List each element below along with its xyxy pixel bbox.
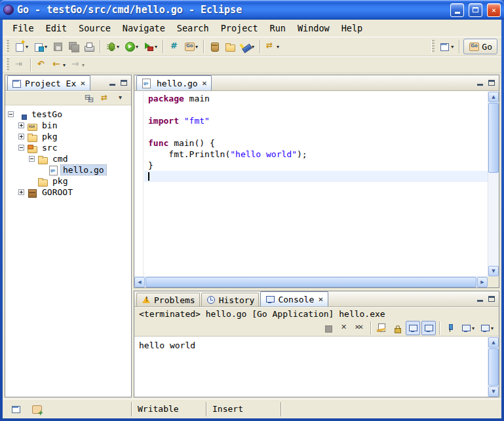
code-line-4[interactable] — [144, 126, 488, 137]
horizontal-scrollbar-thumb[interactable] — [145, 277, 476, 287]
debug-button[interactable]: ▾ — [104, 39, 121, 54]
tab-history[interactable]: History — [201, 293, 260, 306]
tree-item-pkg[interactable]: pkg — [5, 175, 131, 187]
print-button[interactable] — [82, 39, 96, 54]
scroll-down-button[interactable]: ▼ — [488, 266, 499, 276]
tree-item-src[interactable]: src — [5, 142, 131, 153]
new-wizard-button[interactable]: ▾ — [12, 39, 30, 54]
maximize-console-button[interactable] — [486, 294, 497, 304]
menu-navigate[interactable]: Navigate — [117, 21, 171, 35]
code-line-7[interactable]: } — [144, 160, 488, 171]
menu-file[interactable]: File — [7, 21, 40, 35]
menu-source[interactable]: Source — [73, 21, 117, 35]
perspective-drag-handle[interactable] — [431, 40, 435, 53]
back-button[interactable]: ▾ — [50, 57, 68, 73]
scroll-up-button[interactable]: ▲ — [488, 337, 499, 348]
collapse-all-button[interactable] — [83, 92, 97, 105]
scroll-down-button[interactable]: ▼ — [488, 386, 499, 397]
link-with-editor-button[interactable] — [98, 92, 113, 105]
close-window-button[interactable]: ✕ — [487, 3, 501, 17]
toolbar-drag-handle[interactable] — [6, 40, 9, 53]
expander-minus-icon[interactable] — [29, 156, 35, 162]
expander-plus-icon[interactable] — [18, 189, 24, 195]
scroll-lock-button[interactable] — [390, 321, 404, 335]
tab-project-explorer[interactable]: Project Ex ✕ — [7, 75, 90, 90]
minimize-console-button[interactable] — [474, 294, 486, 304]
terminate-button[interactable] — [321, 321, 336, 335]
team-sync-button[interactable]: ▾ — [263, 39, 281, 54]
open-console-button[interactable]: ▾ — [478, 321, 495, 335]
maximize-editor-button[interactable] — [486, 78, 497, 88]
pin-editor-button[interactable] — [12, 57, 27, 73]
expander-minus-icon[interactable] — [8, 111, 14, 117]
minimize-view-button[interactable] — [106, 78, 118, 88]
tab-console[interactable]: Console✕ — [260, 291, 328, 306]
last-edit-location-button[interactable] — [34, 57, 48, 73]
titlebar[interactable]: Go - testGo/src/cmd/hello.go - Eclipse ✕ — [0, 0, 504, 20]
code-line-2[interactable] — [144, 104, 488, 115]
tree-item-GOROOT[interactable]: GOROOT — [5, 187, 131, 198]
go-perspective-button[interactable]: Go — [463, 39, 497, 54]
console-vertical-scrollbar[interactable]: ▲ ▼ — [488, 337, 499, 397]
tree-item-testGo[interactable]: testGo — [5, 109, 131, 120]
menu-edit[interactable]: Edit — [40, 21, 73, 35]
clear-console-button[interactable] — [374, 321, 389, 335]
forward-button[interactable]: ▾ — [69, 57, 87, 73]
maximize-view-button[interactable] — [118, 78, 130, 88]
vertical-scrollbar-thumb[interactable] — [488, 103, 499, 173]
menu-project[interactable]: Project — [215, 21, 264, 35]
code-line-8[interactable] — [144, 171, 488, 182]
nav-toolbar-drag-handle[interactable] — [6, 58, 9, 71]
expander-plus-icon[interactable] — [18, 134, 24, 139]
display-console-button[interactable]: ▾ — [459, 321, 476, 335]
save-all-button[interactable] — [66, 39, 81, 54]
expander-minus-icon[interactable] — [18, 145, 24, 151]
run-button[interactable]: ▾ — [123, 39, 140, 54]
expander-plus-icon[interactable] — [18, 122, 24, 128]
scroll-up-button[interactable]: ▲ — [488, 92, 499, 102]
minimize-window-button[interactable] — [450, 3, 464, 17]
editor-gutter[interactable] — [134, 92, 144, 276]
scroll-left-button[interactable]: ◀ — [134, 277, 145, 287]
open-folder-button[interactable] — [223, 39, 237, 54]
show-stdout-button[interactable] — [406, 321, 420, 335]
save-button[interactable] — [50, 39, 65, 54]
tree-item-cmd[interactable]: cmd — [5, 153, 131, 164]
close-tab-icon[interactable]: ✕ — [318, 296, 323, 303]
menu-window[interactable]: Window — [292, 21, 336, 35]
scroll-right-button[interactable]: ▶ — [477, 277, 488, 287]
remove-launch-button[interactable] — [337, 321, 351, 335]
code-line-1[interactable]: package main — [144, 93, 488, 104]
go-run-button[interactable]: ▾ — [182, 39, 200, 54]
new-go-element-button[interactable]: ▾ — [31, 39, 49, 54]
remove-all-launches-button[interactable] — [353, 321, 367, 335]
menu-search[interactable]: Search — [171, 21, 215, 35]
pin-console-button[interactable] — [443, 321, 457, 335]
editor-horizontal-scrollbar[interactable]: ◀ ▶ — [134, 276, 488, 287]
code-line-5[interactable]: func main() { — [144, 137, 488, 149]
tree-item-hello-go[interactable]: hello.go — [5, 164, 131, 175]
jar-import-button[interactable] — [207, 39, 222, 54]
search-button[interactable]: ▾ — [239, 39, 256, 54]
view-menu-button[interactable] — [114, 92, 128, 105]
tab-hello-go[interactable]: hello.go ✕ — [136, 75, 212, 90]
close-editor-tab-icon[interactable]: ✕ — [202, 80, 207, 87]
go-new-button[interactable] — [166, 39, 181, 54]
external-tools-button[interactable]: ▾ — [142, 39, 159, 54]
minimize-editor-button[interactable] — [474, 78, 486, 88]
fast-view-button[interactable] — [9, 401, 23, 417]
show-stderr-button[interactable] — [421, 321, 436, 335]
editor-vertical-scrollbar[interactable]: ▲ ▼ — [488, 92, 499, 276]
code-line-6[interactable]: fmt.Println("hello world"); — [144, 149, 488, 160]
code-area[interactable]: package mainimport "fmt"func main() { fm… — [144, 93, 488, 276]
tree-item-bin[interactable]: bin — [5, 120, 131, 131]
go-trim-button[interactable] — [29, 401, 44, 417]
maximize-window-button[interactable] — [469, 3, 482, 17]
menu-run[interactable]: Run — [264, 21, 292, 35]
close-tab-icon[interactable]: ✕ — [80, 80, 85, 87]
code-line-3[interactable]: import "fmt" — [144, 115, 488, 126]
menu-help[interactable]: Help — [336, 21, 369, 35]
console-output[interactable]: hello world — [134, 337, 488, 397]
tree-item-pkg[interactable]: pkg — [5, 131, 131, 142]
vertical-scrollbar-thumb[interactable] — [488, 348, 499, 386]
